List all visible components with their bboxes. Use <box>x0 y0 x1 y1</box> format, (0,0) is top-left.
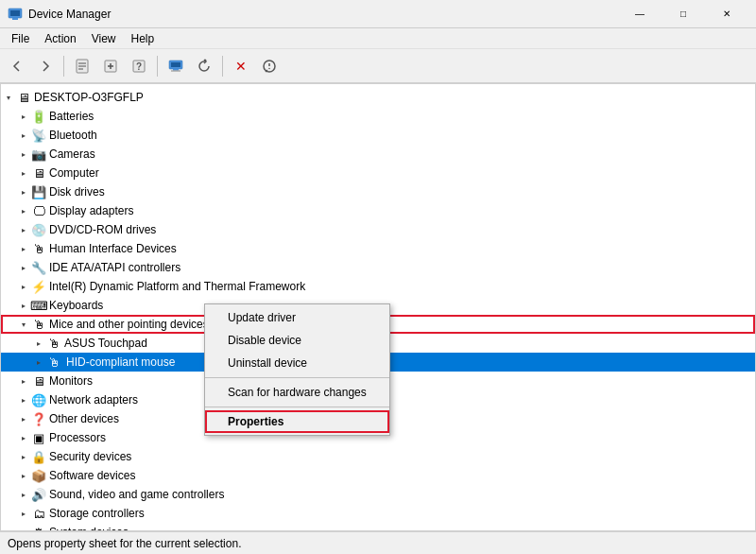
expand-icon[interactable]: ▸ <box>16 430 31 445</box>
tree-item-displayadapters[interactable]: ▸🖵Display adapters <box>1 201 755 220</box>
expand-icon[interactable]: ▸ <box>16 392 31 407</box>
tree-item-cameras[interactable]: ▸📷Cameras <box>1 145 755 164</box>
menu-action[interactable]: Action <box>37 30 83 47</box>
hid-icon: 🖱 <box>31 317 46 332</box>
tree-item-label: Bluetooth <box>49 129 97 142</box>
ctx-scan-hardware[interactable]: Scan for hardware changes <box>205 381 389 404</box>
tree-item-batteries[interactable]: ▸🔋Batteries <box>1 107 755 126</box>
tree-item-hid[interactable]: ▸🖱Human Interface Devices <box>1 239 755 258</box>
svg-rect-2 <box>12 18 18 20</box>
hid-icon: 🖱 <box>46 355 61 370</box>
svg-text:✕: ✕ <box>235 59 247 74</box>
tree-item-label: Other devices <box>49 412 119 425</box>
expand-icon[interactable]: ▸ <box>16 260 31 275</box>
tree-item-ide[interactable]: ▸🔧IDE ATA/ATAPI controllers <box>1 258 755 277</box>
keyboard-icon: ⌨ <box>31 298 46 313</box>
ctx-properties[interactable]: Properties <box>205 410 389 433</box>
menu-view[interactable]: View <box>84 30 124 47</box>
expand-icon[interactable]: ▸ <box>16 241 31 256</box>
tree-item-label: Security devices <box>49 450 131 463</box>
expand-icon[interactable]: ▸ <box>16 222 31 237</box>
software-icon: 📦 <box>31 468 46 483</box>
expand-icon[interactable]: ▸ <box>16 184 31 199</box>
expand-icon[interactable]: ▸ <box>16 468 31 483</box>
tree-item-label: Display adapters <box>49 204 133 217</box>
expand-icon[interactable]: ▾ <box>1 90 16 105</box>
ctx-separator <box>205 377 389 378</box>
title-controls: — □ ✕ <box>618 0 748 28</box>
ctx-separator <box>205 407 389 407</box>
tree-item-label: ASUS Touchpad <box>64 337 147 350</box>
toolbar-separator-1 <box>63 56 64 77</box>
tree-item-software[interactable]: ▸📦Software devices <box>1 466 755 485</box>
expand-icon[interactable]: ▸ <box>16 373 31 389</box>
expand-icon[interactable]: ▸ <box>16 203 31 218</box>
expand-icon[interactable]: ▸ <box>16 279 31 294</box>
tree-item-label: Disk drives <box>49 185 105 199</box>
expand-icon[interactable]: ▸ <box>16 411 31 426</box>
monitor-icon: 🖥 <box>31 373 46 389</box>
expand-icon[interactable]: ▸ <box>16 487 31 502</box>
expand-icon[interactable]: ▸ <box>16 165 31 181</box>
svg-text:?: ? <box>136 61 142 72</box>
tree-item-label: Storage controllers <box>49 507 145 520</box>
ctx-disable-device[interactable]: Disable device <box>205 329 389 352</box>
ctx-update-driver[interactable]: Update driver <box>205 306 389 329</box>
tree-item-intel[interactable]: ▸⚡Intel(R) Dynamic Platform and Thermal … <box>1 277 755 296</box>
expand-icon[interactable]: ▾ <box>16 317 31 332</box>
toolbar-separator-2 <box>157 56 158 77</box>
tree-item-dvdrom[interactable]: ▸💿DVD/CD-ROM drives <box>1 220 755 239</box>
tree-item-root[interactable]: ▾🖥DESKTOP-O3FGFLP <box>1 88 755 107</box>
status-text: Opens property sheet for the current sel… <box>8 537 241 550</box>
expand-icon[interactable]: ▸ <box>16 449 31 464</box>
tree-item-storage[interactable]: ▸🗂Storage controllers <box>1 504 755 523</box>
ide-icon: 🔧 <box>31 260 46 275</box>
expand-icon[interactable]: ▸ <box>16 147 31 162</box>
tree-item-bluetooth[interactable]: ▸📡Bluetooth <box>1 126 755 145</box>
tree-item-label: HID-compliant mouse <box>64 355 177 369</box>
toolbar-separator-3 <box>222 56 223 77</box>
expand-icon[interactable]: ▸ <box>16 128 31 143</box>
menu-help[interactable]: Help <box>124 30 163 47</box>
computer-toolbar-button[interactable] <box>163 53 189 79</box>
title-bar: Device Manager — □ ✕ <box>0 0 756 28</box>
tree-item-security[interactable]: ▸🔒Security devices <box>1 447 755 466</box>
tree-item-label: Human Interface Devices <box>49 242 177 255</box>
update-toolbar-button[interactable] <box>97 53 124 79</box>
intel-icon: ⚡ <box>31 279 46 294</box>
tree-item-label: Network adapters <box>49 393 138 407</box>
expand-icon[interactable]: ▸ <box>31 336 46 351</box>
tree-item-label: Keyboards <box>49 299 103 312</box>
tree-item-system[interactable]: ▸⚙System devices <box>1 523 755 530</box>
back-button[interactable] <box>4 53 30 79</box>
tree-item-soundvideo[interactable]: ▸🔊Sound, video and game controllers <box>1 485 755 504</box>
processor-icon: ▣ <box>31 430 46 445</box>
svg-point-19 <box>268 67 270 69</box>
expand-icon[interactable]: ▸ <box>16 525 31 530</box>
svg-rect-15 <box>171 70 180 71</box>
status-bar: Opens property sheet for the current sel… <box>0 531 756 554</box>
tree-item-label: Intel(R) Dynamic Platform and Thermal Fr… <box>49 280 305 293</box>
expand-icon[interactable]: ▸ <box>31 355 46 370</box>
maximize-button[interactable]: □ <box>662 0 705 28</box>
security-icon: 🔒 <box>31 449 46 464</box>
battery-icon: 🔋 <box>31 109 46 124</box>
tree-item-diskdrives[interactable]: ▸💾Disk drives <box>1 182 755 201</box>
forward-button[interactable] <box>32 53 59 79</box>
tree-item-label: Mice and other pointing devices <box>49 318 209 331</box>
properties-toolbar-button[interactable] <box>69 53 95 79</box>
tree-item-label: Computer <box>49 166 99 180</box>
ctx-uninstall-device[interactable]: Uninstall device <box>205 352 389 374</box>
refresh-toolbar-button[interactable] <box>191 53 217 79</box>
scan-toolbar-button[interactable] <box>256 53 283 79</box>
tree-item-label: Cameras <box>49 147 95 161</box>
close-button[interactable]: ✕ <box>705 0 748 28</box>
expand-icon[interactable]: ▸ <box>16 109 31 124</box>
uninstall-toolbar-button[interactable]: ✕ <box>228 53 254 79</box>
help-toolbar-button[interactable]: ? <box>126 53 152 79</box>
menu-file[interactable]: File <box>4 30 37 47</box>
expand-icon[interactable]: ▸ <box>16 506 31 521</box>
tree-item-label: Monitors <box>49 374 93 388</box>
tree-item-computer[interactable]: ▸🖥Computer <box>1 164 755 182</box>
minimize-button[interactable]: — <box>618 0 662 28</box>
